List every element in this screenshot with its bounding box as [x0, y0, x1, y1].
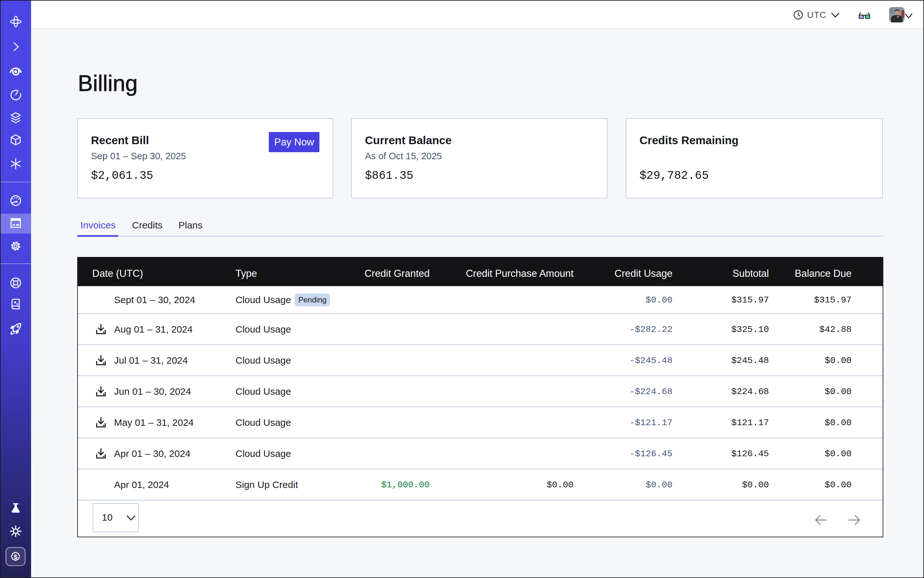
svg-text:$: $ [14, 553, 18, 560]
